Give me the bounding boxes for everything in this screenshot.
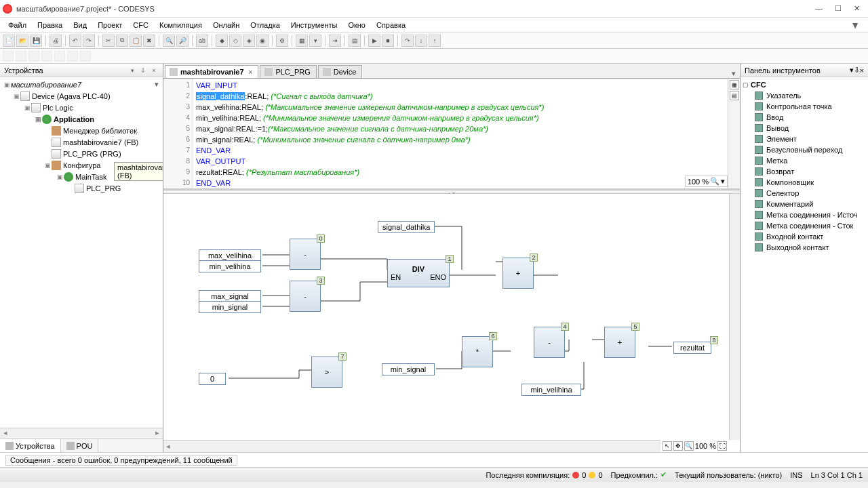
diagram-hscroll[interactable]: ◂: [163, 440, 699, 452]
undo-button[interactable]: ↶: [69, 35, 81, 47]
tree-hscroll[interactable]: ◂▸: [0, 428, 163, 439]
tree-project[interactable]: масштабирование7: [11, 81, 81, 89]
menu-file[interactable]: Файл: [3, 20, 32, 30]
input-min-velihina[interactable]: min_velihina: [199, 260, 261, 272]
diagram-zoom-fit-button[interactable]: ⛶: [717, 441, 727, 451]
toolbox-selector[interactable]: Селектор: [743, 188, 866, 199]
toolbox-output[interactable]: Вывод: [743, 123, 866, 134]
build-button[interactable]: ⚙: [276, 35, 288, 47]
toolbox-in-contact[interactable]: Входной контакт: [743, 231, 866, 242]
code-view2-button[interactable]: ▤: [730, 91, 739, 100]
input-min-signal2[interactable]: min_signal: [382, 363, 435, 375]
visu-button[interactable]: ▤: [349, 35, 361, 47]
block-add-5[interactable]: +: [604, 327, 635, 358]
tab-pou[interactable]: POU: [61, 439, 99, 452]
toolbox-root[interactable]: ▢CFC: [743, 79, 866, 90]
tree-config[interactable]: Конфигура: [63, 161, 100, 169]
tree-maintask[interactable]: MainTask: [75, 173, 106, 181]
copy-button[interactable]: ⧉: [116, 35, 128, 47]
rename-button[interactable]: ab: [196, 35, 208, 47]
step-over-button[interactable]: ↷: [401, 35, 414, 47]
tree-device[interactable]: Device (Agava PLC-40): [32, 92, 111, 100]
menu-debug[interactable]: Отладка: [245, 20, 285, 30]
step-out-button[interactable]: ↑: [429, 35, 441, 47]
run-button[interactable]: ▶: [368, 35, 380, 47]
cfc-diagram[interactable]: signal_dathika max_velihina min_velihina…: [163, 194, 740, 452]
menu-project[interactable]: Проект: [92, 20, 127, 30]
panel-dropdown-icon[interactable]: ▾: [127, 66, 137, 75]
tb2-btn[interactable]: [28, 51, 39, 62]
delete-button[interactable]: ✖: [143, 35, 155, 47]
block-sub-4[interactable]: -: [534, 327, 565, 358]
toolbox-conn-src[interactable]: Метка соединения - Источ: [743, 209, 866, 220]
bookmark4-button[interactable]: ◉: [256, 35, 269, 47]
minimize-button[interactable]: —: [815, 4, 823, 13]
block-div[interactable]: DIV ENENO: [387, 259, 450, 287]
toolbox-breakpoint[interactable]: Контрольная точка: [743, 101, 866, 112]
stop-button[interactable]: ■: [382, 35, 394, 47]
toolbox-return[interactable]: Возврат: [743, 166, 866, 177]
bookmark2-button[interactable]: ◇: [229, 35, 241, 47]
code-zoom-fit-icon[interactable]: 🔍: [710, 177, 719, 186]
toolbox-jump[interactable]: Безусловный переход: [743, 144, 866, 155]
tab-mashtabirovanie7[interactable]: mashtabirovanie7×: [165, 65, 258, 78]
tab-devices[interactable]: Устройства: [0, 439, 61, 452]
menu-edit[interactable]: Правка: [32, 20, 68, 30]
output-rezultat[interactable]: rezultat: [673, 342, 711, 354]
redo-button[interactable]: ↷: [83, 35, 95, 47]
diagram-vscroll[interactable]: [729, 194, 740, 440]
tab-plcprg[interactable]: PLC_PRG: [260, 65, 316, 78]
menu-window[interactable]: Окно: [342, 20, 371, 30]
block-gt-7[interactable]: >: [311, 357, 342, 388]
tb2-btn[interactable]: [67, 51, 78, 62]
diagram-pointer-button[interactable]: ↖: [663, 441, 672, 451]
menu-compile[interactable]: Компиляция: [154, 20, 208, 30]
paste-button[interactable]: 📋: [130, 35, 142, 47]
tb2-btn[interactable]: [54, 51, 65, 62]
find-button[interactable]: 🔍: [163, 35, 175, 47]
compile-drop-button[interactable]: ▾: [309, 35, 321, 47]
menu-help[interactable]: Справка: [371, 20, 411, 30]
block-sub-3[interactable]: -: [290, 281, 321, 312]
close-button[interactable]: ✕: [854, 4, 860, 13]
tb2-btn[interactable]: [80, 51, 91, 62]
block-sub-0[interactable]: -: [290, 239, 321, 270]
menu-overflow-icon[interactable]: ▼: [850, 20, 860, 30]
toolbox-comment[interactable]: Комментарий: [743, 199, 866, 209]
code-editor[interactable]: 12345678910 VAR_INPUT signal_dathika:REA…: [163, 79, 740, 190]
tree-prg[interactable]: PLC_PRG (PRG): [63, 150, 121, 158]
tree-application[interactable]: Application: [54, 115, 94, 123]
tabs-dropdown-icon[interactable]: ▾: [732, 69, 736, 78]
code-zoom-drop-icon[interactable]: ▾: [721, 177, 725, 186]
save-button[interactable]: 💾: [30, 35, 42, 47]
panel-close-icon[interactable]: ×: [149, 66, 159, 75]
toolbox-pin-icon[interactable]: ⇩: [854, 66, 860, 75]
compile-button[interactable]: ▦: [296, 35, 308, 47]
toolbox-pointer[interactable]: Указатель: [743, 90, 866, 101]
input-zero[interactable]: 0: [199, 373, 226, 385]
toolbox-conn-dst[interactable]: Метка соединения - Сток: [743, 220, 866, 231]
input-signal-dathika[interactable]: signal_dathika: [378, 221, 435, 233]
messages-summary[interactable]: Сообщения - всего 0 ошибок, 0 предупрежд…: [5, 455, 237, 466]
maximize-button[interactable]: ☐: [835, 4, 842, 13]
login-button[interactable]: ⇥: [329, 35, 341, 47]
tree-plclogic[interactable]: Plc Logic: [43, 104, 73, 112]
device-tree[interactable]: ▣масштабирование7▾ ▣Device (Agava PLC-40…: [0, 77, 163, 428]
block-add-2[interactable]: +: [502, 258, 534, 289]
menu-cfc[interactable]: CFC: [127, 20, 154, 30]
toolbox-label[interactable]: Метка: [743, 155, 866, 166]
panel-pin-icon[interactable]: ⇩: [138, 66, 148, 75]
tb2-btn[interactable]: [41, 51, 52, 62]
block-mul-6[interactable]: *: [462, 336, 493, 367]
code-view1-button[interactable]: ▦: [730, 80, 739, 89]
toolbox-composer[interactable]: Компоновщик: [743, 177, 866, 188]
tree-libmgr[interactable]: Менеджер библиотек: [63, 127, 137, 135]
bookmark3-button[interactable]: ◈: [243, 35, 255, 47]
tb2-btn[interactable]: [16, 51, 26, 62]
cut-button[interactable]: ✂: [102, 35, 115, 47]
tb2-btn[interactable]: [3, 51, 14, 62]
toolbox-element[interactable]: Элемент: [743, 134, 866, 144]
bookmark1-button[interactable]: ◆: [216, 35, 228, 47]
toolbox-input[interactable]: Ввод: [743, 112, 866, 123]
new-button[interactable]: 📄: [3, 35, 15, 47]
